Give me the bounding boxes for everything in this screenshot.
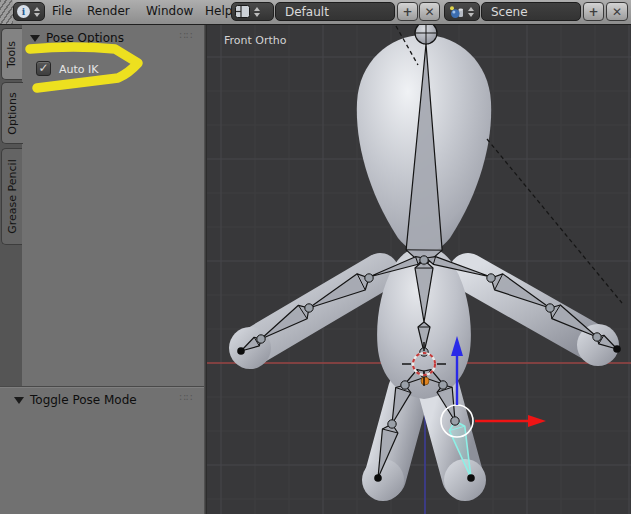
screen-layout-selector-button[interactable] xyxy=(231,2,274,21)
checkmark-icon: ✓ xyxy=(38,62,48,74)
panel-toggle-pose-mode: Toggle Pose Mode ∷∷ xyxy=(0,386,204,514)
tab-grease-pencil[interactable]: Grease Pencil xyxy=(1,148,22,245)
auto-ik-checkbox[interactable]: ✓ xyxy=(36,61,51,76)
blender-window: i File Render Window Help Default + ✕ xyxy=(0,0,631,514)
layout-name-field[interactable]: Default xyxy=(275,2,395,21)
right-arm xyxy=(468,272,595,344)
stepper-icon xyxy=(468,7,474,17)
tab-options[interactable]: Options xyxy=(1,82,23,144)
tool-shelf: Tools Options Grease Pencil Pose Options… xyxy=(0,25,204,514)
screen-layout-icon xyxy=(235,5,250,18)
editor-type-button[interactable]: i xyxy=(13,2,45,21)
bone-joint xyxy=(451,417,459,425)
object-origin-dot xyxy=(421,377,429,385)
scene-icon xyxy=(448,5,464,19)
bone-tip xyxy=(467,474,475,482)
menu-window[interactable]: Window xyxy=(146,4,193,18)
info-header: i File Render Window Help Default + ✕ xyxy=(0,0,631,25)
auto-ik-label[interactable]: Auto IK xyxy=(59,63,99,76)
bone-joint xyxy=(439,381,447,389)
bone-joint xyxy=(401,381,409,389)
bone-joint xyxy=(305,304,313,312)
bone-joint xyxy=(487,274,495,282)
bone-joint xyxy=(420,256,428,264)
panel-drag-grip-icon[interactable]: ∷∷ xyxy=(179,392,192,403)
add-layout-button[interactable]: + xyxy=(397,2,418,21)
viewport-3d[interactable]: Front Ortho xyxy=(207,25,631,514)
close-scene-button[interactable]: ✕ xyxy=(606,2,628,21)
bone-joint xyxy=(388,420,396,428)
bone-joint xyxy=(365,274,373,282)
bone-joint xyxy=(546,304,554,312)
add-scene-button[interactable]: + xyxy=(583,2,604,21)
collapse-triangle-icon xyxy=(14,397,24,404)
scene-selector-button[interactable] xyxy=(444,2,480,21)
collapse-triangle-icon xyxy=(30,35,40,42)
close-layout-button[interactable]: ✕ xyxy=(419,2,440,21)
stepper-icon xyxy=(34,7,40,17)
bone-tip xyxy=(613,345,621,353)
tab-tools[interactable]: Tools xyxy=(1,28,22,80)
bone-tip xyxy=(237,347,245,355)
panel-drag-grip-icon[interactable]: ∷∷ xyxy=(179,30,192,41)
toggle-pose-mode-header[interactable]: Toggle Pose Mode xyxy=(14,393,137,407)
stepper-icon xyxy=(254,7,260,17)
pose-options-header[interactable]: Pose Options xyxy=(30,31,124,45)
view-orientation-label: Front Ortho xyxy=(224,34,287,47)
panel-title: Toggle Pose Mode xyxy=(30,393,137,407)
viewport-canvas[interactable] xyxy=(207,25,631,514)
panel-title: Pose Options xyxy=(46,31,124,45)
scene-name-field[interactable]: Scene xyxy=(481,2,581,21)
x-axis-arrow xyxy=(528,415,546,427)
panel-pose-options: Pose Options ∷∷ ✓ Auto IK xyxy=(22,25,204,386)
info-editor-icon: i xyxy=(17,5,30,18)
bone-joint xyxy=(257,335,265,343)
bone-tip xyxy=(374,474,382,482)
menu-help[interactable]: Help xyxy=(205,4,232,18)
menu-render[interactable]: Render xyxy=(87,4,130,18)
editor-corner-grip[interactable] xyxy=(0,0,13,24)
menu-file[interactable]: File xyxy=(52,4,72,18)
bone-joint xyxy=(593,333,601,341)
